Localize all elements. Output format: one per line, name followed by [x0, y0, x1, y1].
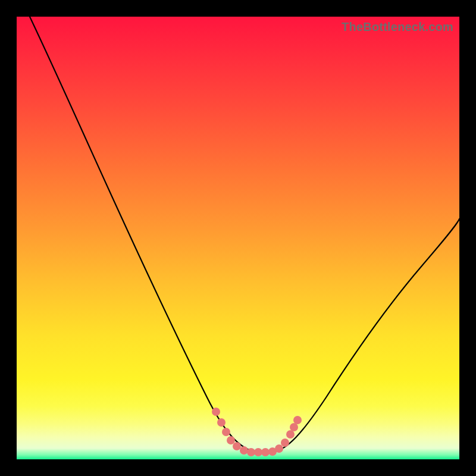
marker-dot [261, 448, 270, 456]
marker-dot [286, 430, 295, 439]
marker-dot [217, 418, 226, 427]
marker-dot [212, 408, 220, 416]
marker-dot [227, 436, 235, 444]
bottleneck-curve-path [30, 17, 459, 452]
marker-dot [290, 423, 298, 431]
marker-dot [233, 442, 241, 450]
marker-dot [247, 448, 255, 456]
marker-dot [254, 448, 262, 456]
marker-dot [275, 444, 283, 453]
plot-area: TheBottleneck.com [17, 17, 459, 459]
marker-dot [281, 439, 289, 447]
chart-frame: TheBottleneck.com [0, 0, 476, 476]
marker-dot [293, 416, 302, 424]
marker-dot [240, 446, 248, 455]
bottleneck-chart [17, 17, 459, 459]
marker-dot [222, 428, 230, 436]
marker-group [212, 408, 302, 456]
